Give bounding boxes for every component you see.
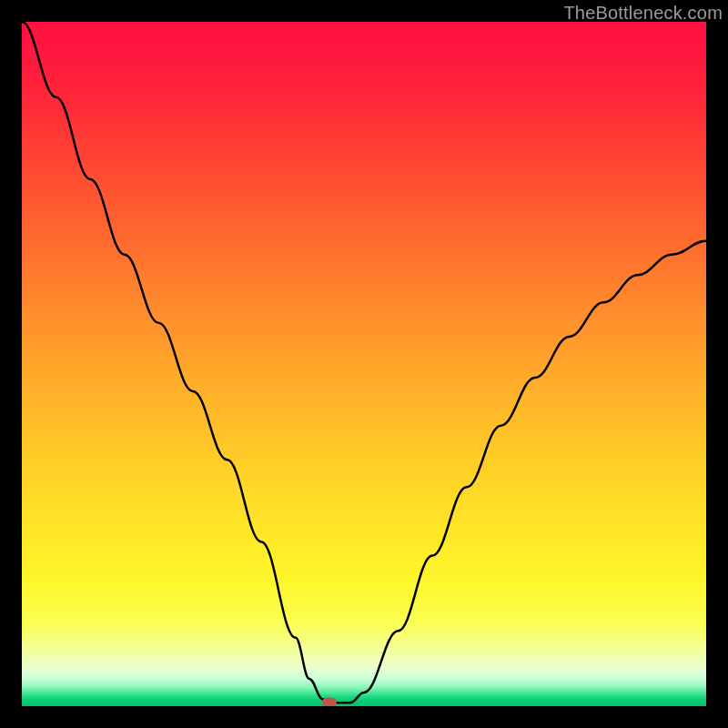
watermark-text: TheBottleneck.com (563, 3, 723, 24)
plot-area (22, 22, 706, 706)
bottleneck-curve (22, 22, 706, 706)
curve-path (22, 22, 706, 703)
optimum-marker (322, 698, 337, 706)
chart-frame: TheBottleneck.com (0, 0, 728, 728)
